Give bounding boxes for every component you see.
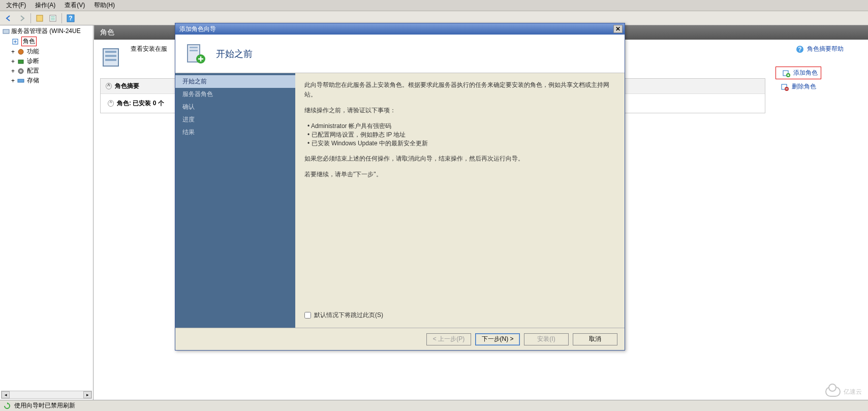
tree-hscrollbar[interactable]: ◂ ▸ (1, 391, 92, 399)
scroll-left-icon[interactable]: ◂ (2, 391, 10, 398)
tree-root[interactable]: 服务器管理器 (WIN-24UE (1, 26, 92, 36)
tree-item-config[interactable]: + 配置 (10, 66, 92, 76)
svg-rect-10 (18, 60, 23, 64)
previous-button: < 上一步(P) (426, 333, 471, 345)
role-summary-help-link[interactable]: ? 角色摘要帮助 (776, 45, 864, 53)
help-button[interactable]: ? (65, 13, 76, 24)
dialog-body: 开始之前 服务器角色 确认 进度 结果 此向导帮助您在此服务器上安装角色。根据要… (175, 73, 625, 328)
server-icon (2, 27, 10, 36)
close-button[interactable]: ✕ (613, 25, 623, 33)
roles-installed-label: 角色: 已安装 0 个 (117, 99, 164, 108)
svg-rect-13 (18, 79, 24, 82)
config-icon (17, 67, 25, 75)
wizard-bullets: Administrator 帐户具有强密码 已配置网络设置，例如静态 IP 地址… (307, 122, 615, 148)
svg-rect-26 (190, 50, 198, 51)
separator-icon (61, 13, 62, 23)
tree-item-label: 诊断 (27, 57, 39, 66)
collapse-icon[interactable]: ^ (108, 100, 114, 107)
wizard-step-confirm[interactable]: 确认 (175, 101, 295, 113)
add-roles-wizard-dialog: 添加角色向导 ✕ 开始之前 开始之前 服务器角色 确认 进度 结果 此向导帮助您… (175, 23, 625, 351)
server-large-icon (100, 45, 125, 69)
wizard-step-progress[interactable]: 进度 (175, 113, 295, 126)
wizard-step-result[interactable]: 结果 (175, 126, 295, 139)
svg-point-12 (20, 70, 22, 72)
refresh-button[interactable] (34, 13, 45, 24)
roles-desc-text: 查看安装在服 (131, 45, 167, 53)
tree-item-storage[interactable]: + 存储 (10, 76, 92, 85)
tree-item-features[interactable]: + 功能 (10, 47, 92, 56)
back-button[interactable] (3, 13, 14, 24)
install-button: 安装(I) (524, 333, 569, 345)
dialog-banner-title: 开始之前 (216, 48, 253, 60)
add-role-icon (782, 69, 790, 77)
watermark-text: 亿速云 (844, 388, 862, 396)
expand-icon[interactable]: + (11, 48, 15, 55)
wizard-step-before[interactable]: 开始之前 (175, 75, 295, 88)
remove-role-link[interactable]: 删除角色 (779, 81, 864, 92)
wizard-step-roles[interactable]: 服务器角色 (175, 88, 295, 101)
add-role-highlight: 添加角色 (776, 67, 821, 79)
help-link-label: 角色摘要帮助 (807, 45, 844, 53)
features-icon (17, 48, 25, 56)
roles-right: ? 角色摘要帮助 添加角色 删除角色 (771, 40, 868, 400)
scroll-right-icon[interactable]: ▸ (83, 391, 91, 398)
diagnostics-icon (17, 57, 25, 66)
menu-file[interactable]: 文件(F) (2, 0, 30, 11)
tree-item-roles[interactable]: 角色 (10, 36, 92, 47)
cancel-button[interactable]: 取消 (573, 333, 617, 345)
roles-icon (11, 38, 19, 46)
svg-text:?: ? (798, 46, 801, 53)
wizard-main: 此向导帮助您在此服务器上安装角色。根据要求此服务器执行的任务来确定要安装的角色，… (295, 73, 625, 328)
expand-icon[interactable]: + (11, 77, 15, 84)
separator-icon (30, 13, 31, 23)
menu-view[interactable]: 查看(V) (60, 0, 89, 11)
menu-help[interactable]: 帮助(H) (90, 0, 119, 11)
collapse-icon[interactable]: ^ (106, 83, 112, 89)
tree-root-label: 服务器管理器 (WIN-24UE (11, 27, 81, 36)
watermark: 亿速云 (825, 387, 862, 397)
tree-panel: 服务器管理器 (WIN-24UE 角色 + 功能 + 诊断 + 配置 + 存储 … (0, 25, 94, 400)
cloud-icon (825, 387, 841, 397)
next-button[interactable]: 下一步(N) > (475, 333, 520, 345)
svg-rect-15 (105, 51, 116, 53)
storage-icon (17, 77, 25, 85)
dialog-title: 添加角色向导 (179, 25, 216, 34)
refresh-icon (3, 402, 11, 410)
dialog-banner: 开始之前 (175, 35, 625, 73)
close-icon: ✕ (615, 25, 621, 33)
status-text: 使用向导时已禁用刷新 (14, 401, 75, 410)
svg-point-9 (18, 49, 23, 54)
help-icon: ? (796, 45, 804, 53)
svg-rect-0 (37, 15, 43, 21)
wizard-banner-icon (184, 43, 207, 65)
tree-item-label: 配置 (27, 67, 39, 75)
skip-page-row[interactable]: 默认情况下将跳过此页(S) (304, 311, 615, 324)
svg-rect-16 (105, 55, 116, 57)
skip-page-checkbox[interactable] (304, 312, 311, 319)
skip-page-label: 默认情况下将跳过此页(S) (314, 311, 383, 320)
expand-icon[interactable]: + (11, 58, 15, 65)
wizard-bullet: Administrator 帐户具有强密码 (307, 122, 615, 131)
wizard-bullet: 已配置网络设置，例如静态 IP 地址 (307, 131, 615, 139)
dialog-footer: < 上一步(P) 下一步(N) > 安装(I) 取消 (175, 328, 625, 350)
svg-rect-25 (190, 47, 198, 48)
wizard-verify-text: 继续操作之前，请验证以下事项： (304, 106, 615, 115)
forward-button[interactable] (16, 13, 27, 24)
remove-role-label: 删除角色 (792, 82, 816, 91)
menu-action[interactable]: 操作(A) (31, 0, 59, 11)
add-role-label: 添加角色 (793, 69, 818, 77)
svg-rect-17 (105, 59, 116, 61)
remove-role-icon (781, 83, 789, 91)
properties-button[interactable] (47, 13, 58, 24)
tree-item-diagnostics[interactable]: + 诊断 (10, 56, 92, 66)
svg-rect-7 (3, 29, 9, 34)
statusbar: 使用向导时已禁用刷新 (0, 400, 868, 411)
expand-icon[interactable]: + (11, 68, 15, 75)
add-role-link[interactable]: 添加角色 (780, 68, 820, 78)
role-summary-title: 角色摘要 (115, 82, 139, 90)
wizard-bullet: 已安装 Windows Update 中的最新安全更新 (307, 139, 615, 148)
tree-item-label: 角色 (21, 37, 37, 46)
dialog-titlebar[interactable]: 添加角色向导 ✕ (175, 23, 625, 35)
wizard-intro-text: 此向导帮助您在此服务器上安装角色。根据要求此服务器执行的任务来确定要安装的角色，… (304, 80, 615, 100)
menubar: 文件(F) 操作(A) 查看(V) 帮助(H) (0, 0, 868, 11)
